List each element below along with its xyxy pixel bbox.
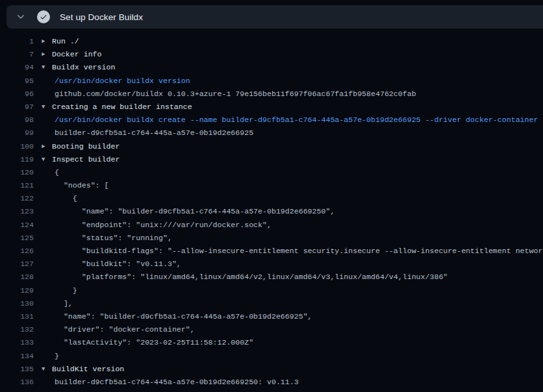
log-line: 129 } [0,284,543,297]
log-line-number[interactable]: 96 [0,88,34,101]
log-line-text: github.com/docker/buildx 0.10.3+azure-1 … [55,88,416,101]
log-line-number[interactable]: 135 [0,363,34,376]
log-line-number[interactable]: 129 [0,284,34,297]
log-line-number[interactable]: 124 [0,219,34,232]
log-line: 98 /usr/bin/docker buildx create --name … [0,114,543,127]
log-line: 126 "buildkitd-flags": "--allow-insecure… [0,245,543,258]
log-line-text: builder-d9cfb5a1-c764-445a-a57e-0b19d2e6… [55,376,299,389]
log-line-number[interactable]: 130 [0,297,34,310]
log-line-text: "buildkitd-flags": "--allow-insecure-ent… [55,245,543,258]
log-line-number[interactable]: 123 [0,205,34,218]
log-line-text: "platforms": "linux/amd64,linux/amd64/v2… [55,271,448,284]
log-line-text: "lastActivity": "2023-02-25T11:58:12.000… [55,336,253,349]
log-line-text: /usr/bin/docker buildx version [55,75,190,88]
log-line: 134 } [0,350,543,363]
log-line-number[interactable]: 94 [0,61,34,74]
log-line-number[interactable]: 136 [0,376,34,389]
log-line-text: } [55,350,59,363]
log-line-number[interactable]: 100 [0,140,34,153]
log-line-text: "status": "running", [55,232,172,245]
log-line-text: builder-d9cfb5a1-c764-445a-a57e-0b19d2e6… [55,127,253,140]
log-line: 95 /usr/bin/docker buildx version [0,75,543,88]
log-line-text: "name": "builder-d9cfb5a1-c764-445a-a57e… [55,310,312,323]
log-line: 130 ], [0,297,543,310]
group-collapsed-icon[interactable]: ► [42,48,52,61]
log-line: 100 ► Booting builder [0,140,543,153]
log-line-text: "name": "builder-d9cfb5a1-c764-445a-a57e… [55,205,335,218]
log-line: 119 ▼ Inspect builder [0,153,543,166]
log-line-text[interactable]: BuildKit version [52,363,124,376]
log-line: 131 "name": "builder-d9cfb5a1-c764-445a-… [0,310,543,323]
log-line: 135 ▼ BuildKit version [0,363,543,376]
log-line-number[interactable]: 98 [0,114,34,127]
group-expanded-icon[interactable]: ▼ [42,101,52,114]
log-line-text: { [55,192,77,205]
log-line-number[interactable]: 122 [0,192,34,205]
log-line: 124 "endpoint": "unix:///var/run/docker.… [0,219,543,232]
log-line-text: "driver": "docker-container", [55,323,195,336]
group-expanded-icon[interactable]: ▼ [42,153,52,166]
log-line: 136 builder-d9cfb5a1-c764-445a-a57e-0b19… [0,376,543,389]
log-line: 132 "driver": "docker-container", [0,323,543,336]
log-line-text[interactable]: Inspect builder [52,153,120,166]
log-line-text: "endpoint": "unix:///var/run/docker.sock… [55,219,272,232]
log-line-number[interactable]: 97 [0,101,34,114]
log-line-number[interactable]: 126 [0,245,34,258]
log-line: 122 { [0,192,543,205]
group-expanded-icon[interactable]: ▼ [42,61,52,74]
log-line-number[interactable]: 128 [0,271,34,284]
log-line-number[interactable]: 95 [0,75,34,88]
log-line-number[interactable]: 121 [0,179,34,192]
log-line: 120 { [0,166,543,179]
log-line-text: ], [55,297,73,310]
step-title: Set up Docker Buildx [60,12,143,22]
group-expanded-icon[interactable]: ▼ [42,363,52,376]
chevron-down-icon[interactable] [16,12,26,22]
log-line: 96 github.com/docker/buildx 0.10.3+azure… [0,88,543,101]
log-line-number[interactable]: 99 [0,127,34,140]
log-line-number[interactable]: 120 [0,166,34,179]
log-line-number[interactable]: 127 [0,258,34,271]
log-line-text[interactable]: Run ./ [52,35,79,48]
log-line-text: { [55,166,59,179]
check-circle-icon [37,10,50,23]
log-line: 1 ► Run ./ [0,35,543,48]
log-line-text[interactable]: Docker info [52,48,102,61]
log-line: 133 "lastActivity": "2023-02-25T11:58:12… [0,336,543,349]
log-line: 127 "buildkit": "v0.11.3", [0,258,543,271]
log-line-number[interactable]: 131 [0,310,34,323]
log-line: 7 ► Docker info [0,48,543,61]
log-line: 123 "name": "builder-d9cfb5a1-c764-445a-… [0,205,543,218]
log-line-text[interactable]: Booting builder [52,140,120,153]
log-line-text[interactable]: Buildx version [52,61,115,74]
actions-log-viewer: Set up Docker Buildx 1 ► Run ./ 7 ► Dock… [0,0,543,392]
log-line-number[interactable]: 7 [0,48,34,61]
log-line-number[interactable]: 132 [0,323,34,336]
log-line: 99 builder-d9cfb5a1-c764-445a-a57e-0b19d… [0,127,543,140]
log-lines: 1 ► Run ./ 7 ► Docker info 94 ▼ Buildx v… [0,35,543,392]
log-line-number[interactable]: 125 [0,232,34,245]
log-line-number[interactable]: 119 [0,153,34,166]
log-line-text: "buildkit": "v0.11.3", [55,258,181,271]
log-line: 97 ▼ Creating a new builder instance [0,101,543,114]
log-line-number[interactable]: 134 [0,350,34,363]
log-line: 128 "platforms": "linux/amd64,linux/amd6… [0,271,543,284]
log-line-number[interactable]: 1 [0,35,34,48]
log-line-text: /usr/bin/docker buildx create --name bui… [55,114,538,127]
step-header[interactable]: Set up Docker Buildx [6,5,543,29]
log-line: 94 ▼ Buildx version [0,61,543,74]
group-collapsed-icon[interactable]: ► [42,35,52,48]
log-line-text: } [55,284,77,297]
group-collapsed-icon[interactable]: ► [42,140,52,153]
log-line-text[interactable]: Creating a new builder instance [52,101,192,114]
log-line: 125 "status": "running", [0,232,543,245]
log-line-text: "nodes": [ [55,179,109,192]
log-line: 121 "nodes": [ [0,179,543,192]
log-line-number[interactable]: 133 [0,336,34,349]
